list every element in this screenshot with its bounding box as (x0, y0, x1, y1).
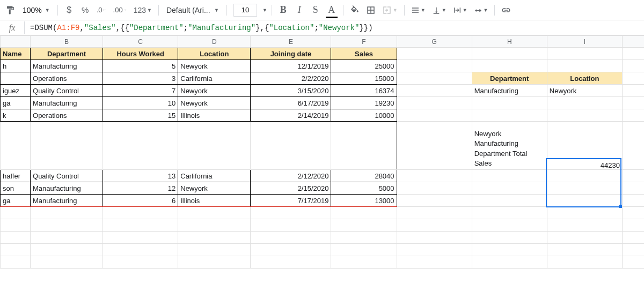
cell[interactable]: 25000 (331, 60, 397, 72)
cell[interactable] (103, 122, 178, 170)
cell[interactable]: Sales (331, 48, 397, 60)
formula-input[interactable]: =DSUM(A1:F9,"Sales",{{"Department";"Manu… (25, 24, 644, 32)
cell[interactable]: Location (178, 48, 251, 60)
cell[interactable]: Quality Control (31, 85, 103, 97)
cell[interactable] (547, 182, 622, 195)
cell[interactable] (397, 60, 472, 72)
text-wrap-button[interactable]: ▼ (451, 3, 470, 17)
table-row[interactable]: k Operations 15 Illinois 2/14/2019 10000 (1, 109, 645, 122)
cell[interactable]: Operations (31, 109, 103, 122)
cell[interactable] (547, 109, 622, 122)
cell[interactable]: 28040 (331, 170, 397, 182)
cell[interactable]: 6 (103, 195, 178, 207)
cell[interactable]: Manufacturing (472, 85, 547, 97)
cell[interactable]: Quality Control (31, 170, 103, 182)
cell[interactable] (472, 170, 547, 182)
spreadsheet-grid[interactable]: B C D E F G H I Name Department Hours Wo… (0, 35, 644, 283)
cell[interactable]: 5 (103, 60, 178, 72)
cell[interactable] (397, 182, 472, 195)
cell[interactable]: Newyork (178, 97, 251, 109)
cell[interactable]: 13000 (331, 195, 397, 207)
cell[interactable]: 15 (103, 109, 178, 122)
col-header[interactable]: C (103, 36, 178, 48)
table-row[interactable]: haffer Quality Control 13 Carlifornia 2/… (1, 170, 645, 182)
cell[interactable] (622, 170, 644, 182)
merge-cells-button[interactable]: ▼ (380, 3, 400, 17)
cell[interactable]: Carlifornia (178, 170, 251, 182)
cell[interactable]: Joining date (251, 48, 331, 60)
cell[interactable]: 10000 (331, 109, 397, 122)
cell[interactable] (472, 97, 547, 109)
cell[interactable] (547, 60, 622, 72)
cell[interactable]: 12/1/2019 (251, 60, 331, 72)
cell[interactable]: 2/14/2019 (251, 109, 331, 122)
cell[interactable]: 7 (103, 85, 178, 97)
cell[interactable]: Location (547, 72, 622, 85)
cell[interactable] (397, 170, 472, 182)
cell[interactable]: 2/12/2020 (251, 170, 331, 182)
insert-link-button[interactable] (499, 3, 513, 17)
text-rotation-button[interactable]: ▼ (472, 3, 491, 17)
col-header[interactable]: G (397, 36, 472, 48)
cell[interactable]: Name (1, 48, 31, 60)
cell[interactable]: Carlifornia (178, 72, 251, 85)
chevron-down-icon[interactable]: ▼ (262, 8, 267, 13)
cell[interactable]: 12 (103, 182, 178, 195)
col-header[interactable]: B (31, 36, 103, 48)
cell[interactable] (472, 195, 547, 207)
borders-button[interactable] (364, 3, 378, 17)
cell[interactable]: 19230 (331, 97, 397, 109)
cell[interactable]: Illinois (178, 109, 251, 122)
table-row[interactable]: son Manaufacturing 12 Newyork 2/15/2020 … (1, 182, 645, 195)
percent-button[interactable]: % (78, 3, 92, 17)
cell[interactable] (1, 72, 31, 85)
font-size-input[interactable]: 10 (233, 4, 257, 17)
cell[interactable]: Hours Worked (103, 48, 178, 60)
table-row[interactable]: ga Manufacturing 10 Newyork 6/17/2019 19… (1, 97, 645, 109)
result-label-cell[interactable]: Newyork Manufacturing Department Total S… (472, 122, 547, 170)
cell[interactable] (1, 122, 31, 170)
increase-decimal-button[interactable]: .00→ (111, 3, 129, 17)
cell[interactable] (622, 48, 644, 60)
cell[interactable] (397, 72, 472, 85)
table-row[interactable]: Newyork Manufacturing Department Total S… (1, 122, 645, 170)
cell[interactable]: 3 (103, 72, 178, 85)
cell[interactable] (622, 182, 644, 195)
cell[interactable]: haffer (1, 170, 31, 182)
cell[interactable]: Illinois (178, 195, 251, 207)
cell[interactable] (331, 122, 397, 170)
cell[interactable]: 16374 (331, 85, 397, 97)
cell[interactable]: 6/17/2019 (251, 97, 331, 109)
cell[interactable]: 5000 (331, 182, 397, 195)
cell[interactable] (472, 48, 547, 60)
font-family-dropdown[interactable]: Default (Ari... ▼ (163, 3, 222, 17)
cell[interactable]: Department (31, 48, 103, 60)
col-header[interactable]: F (331, 36, 397, 48)
cell[interactable] (547, 195, 622, 207)
cell[interactable]: son (1, 182, 31, 195)
cell[interactable]: Manaufacturing (31, 182, 103, 195)
cell[interactable] (397, 85, 472, 97)
cell[interactable] (31, 122, 103, 170)
cell[interactable] (622, 85, 644, 97)
cell[interactable]: 15000 (331, 72, 397, 85)
zoom-dropdown[interactable]: 100% ▼ (19, 6, 53, 14)
bold-button[interactable]: B (276, 3, 290, 17)
cell[interactable]: 2/2/2020 (251, 72, 331, 85)
cell[interactable]: Manufacturing (31, 60, 103, 72)
strikethrough-button[interactable]: S (309, 3, 323, 17)
cell[interactable]: ga (1, 97, 31, 109)
cell[interactable] (622, 195, 644, 207)
fill-color-button[interactable] (348, 3, 362, 17)
col-header[interactable] (622, 36, 644, 48)
cell[interactable] (547, 48, 622, 60)
cell[interactable]: 2/15/2020 (251, 182, 331, 195)
table-row[interactable]: ga Manufacturing 6 Illinois 7/17/2019 13… (1, 195, 645, 207)
cell[interactable] (547, 97, 622, 109)
cell[interactable]: Manufacturing (31, 97, 103, 109)
format-123-dropdown[interactable]: 123▼ (131, 3, 154, 17)
cell[interactable]: 7/17/2019 (251, 195, 331, 207)
cell[interactable] (397, 109, 472, 122)
col-header[interactable]: I (547, 36, 622, 48)
cell[interactable] (622, 72, 644, 85)
